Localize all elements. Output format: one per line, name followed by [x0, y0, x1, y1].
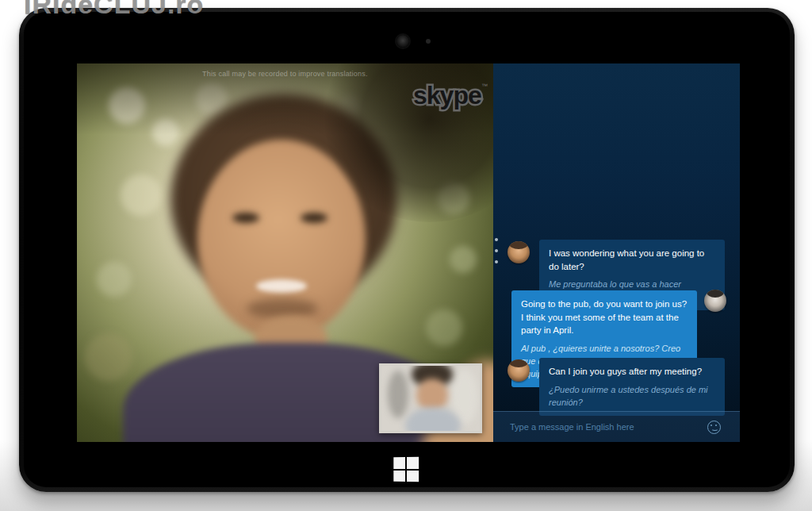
windows-logo-icon	[407, 457, 419, 469]
message-composer	[493, 411, 740, 442]
windows-logo-icon	[393, 470, 405, 482]
more-options-icon[interactable]	[492, 236, 501, 265]
avatar-self	[704, 290, 726, 312]
message-original-text: I was wondering what you are going to do…	[549, 247, 715, 273]
bokeh-light	[97, 262, 132, 297]
message-translation-text: ¿Puedo unirme a ustedes después de mi re…	[549, 384, 715, 409]
skype-logo-text: skype	[413, 81, 481, 110]
message-input[interactable]	[493, 422, 707, 432]
caller-eye	[232, 213, 259, 223]
translator-chat-panel: I was wondering what you are going to do…	[493, 63, 740, 442]
message-original-text: Can I join you guys after my meeting?	[549, 365, 715, 378]
caller-eye	[301, 213, 327, 223]
ambient-sensor-icon	[426, 39, 431, 44]
video-call-view: This call may be recorded to improve tra…	[77, 63, 493, 442]
bokeh-light	[450, 246, 477, 273]
front-camera-icon	[396, 35, 409, 48]
message-original-text: Going to the pub, do you want to join us…	[521, 298, 688, 337]
windows-home-button[interactable]	[393, 457, 419, 482]
skype-logo-tm: ™	[481, 83, 488, 90]
tablet-screen: This call may be recorded to improve tra…	[77, 63, 740, 442]
bokeh-light	[85, 333, 132, 381]
bokeh-light	[426, 309, 462, 346]
avatar-caller	[508, 241, 530, 263]
avatar-caller	[508, 359, 530, 382]
windows-logo-icon	[393, 457, 405, 469]
caller-smile	[256, 279, 307, 293]
pip-background-shape	[388, 371, 408, 418]
recording-notice: This call may be recorded to improve tra…	[202, 70, 368, 78]
self-view-video[interactable]	[379, 363, 482, 433]
skype-logo: skype skype ™	[413, 81, 485, 114]
windows-logo-icon	[407, 471, 419, 482]
bokeh-light	[121, 175, 162, 216]
chat-message: Can I join you guys after my meeting? ¿P…	[539, 358, 725, 416]
emoji-icon[interactable]	[707, 421, 721, 434]
